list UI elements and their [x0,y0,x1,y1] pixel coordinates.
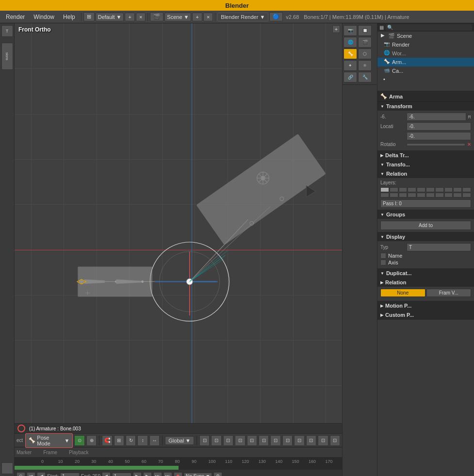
tool-t[interactable]: T [1,25,13,37]
menu-window[interactable]: Window [30,13,58,21]
layer-5[interactable] [417,187,425,192]
layer-17[interactable] [435,193,444,197]
icon-particles[interactable]: ✦ [343,60,357,71]
mode-btn-2[interactable]: ⊕ [86,435,97,446]
outliner-camera[interactable]: 📹 Ca... [377,66,474,75]
custom-header[interactable]: ▶ Custom P... [377,311,474,319]
tool-dimensions[interactable]: sions [1,43,13,70]
scene-dropdown[interactable]: Scene▼ [164,13,191,21]
tf-btn[interactable]: ↻ [126,435,136,446]
location-z[interactable]: -0. [407,132,471,140]
tb7[interactable]: ⊡ [270,435,280,446]
tl-play[interactable]: ▶ [143,472,152,476]
transform-header[interactable]: ▼ Transform [377,102,474,111]
outliner-world[interactable]: 🌐 Wor... [377,49,474,58]
layer-3[interactable] [399,187,408,192]
scene-add-btn[interactable]: + [192,13,202,21]
layer-8[interactable] [444,187,453,192]
snap-btn[interactable]: 🧲 [102,435,112,446]
display-header[interactable]: ▼ Display [377,232,474,241]
tb10[interactable]: ⊡ [306,435,316,446]
outliner-more[interactable]: • [377,75,474,83]
scene-remove-btn[interactable]: × [203,13,213,21]
tl-next-key[interactable]: ⏭ [163,472,172,476]
layer-6[interactable] [426,187,435,192]
tl-record[interactable]: ⏺ [174,472,182,476]
icon-render[interactable]: 🔲 [358,25,372,36]
workspace-icon-btn[interactable]: ⊞ [83,12,95,21]
workspace-dropdown[interactable]: Default▼ [96,13,124,21]
layer-11[interactable] [380,193,389,197]
tl-prev-key2[interactable]: ⏭ [153,472,162,476]
icon-modifiers[interactable]: 🔧 [358,72,372,82]
type-value[interactable]: T [407,243,471,251]
tb11[interactable]: ⊡ [318,435,328,446]
rotation-val[interactable] [407,143,465,146]
layer-4[interactable] [408,187,416,192]
icon-world[interactable]: 🌐 [343,37,357,48]
layer-19[interactable] [453,193,462,197]
layer-12[interactable] [390,193,398,197]
groups-header[interactable]: ▼ Groups [377,210,474,219]
tool-n[interactable] [1,462,13,474]
corner-widget[interactable]: + [332,25,340,33]
motion-header[interactable]: ▶ Motion P... [377,301,474,310]
relations-header[interactable]: ▼ Relation [377,169,474,178]
tl-icon-btn[interactable]: ⊙ [16,472,25,476]
outliner-scene[interactable]: ▶ 🎬 Scene [377,32,474,40]
transform2-header[interactable]: ▼ Transfo... [377,160,474,169]
icon-armature[interactable]: 🦴 [343,49,357,59]
delta-header[interactable]: ▶ Delta Tr... [377,151,474,160]
duplicat-header[interactable]: ▼ Duplicat... [377,269,474,278]
layer-16[interactable] [426,193,435,197]
tf-btn3[interactable]: ↔ [149,435,160,446]
tb2[interactable]: ⊡ [211,435,221,446]
axis-checkbox[interactable] [380,260,386,265]
tb6[interactable]: ⊡ [259,435,269,446]
tb3[interactable]: ⊡ [223,435,233,446]
menu-help[interactable]: Help [59,13,79,21]
tb1[interactable]: ⊡ [199,435,210,446]
layer-2[interactable] [390,187,398,192]
pivot-btn[interactable]: ⊙ [74,435,84,446]
relation2-header[interactable]: ▶ Relation [377,278,474,287]
scene-icon-btn[interactable]: 🎬 [150,12,163,21]
current-frame-field[interactable]: 1 [112,473,131,476]
layer-18[interactable] [444,193,453,197]
tl-prev-frame2[interactable]: ◀ [102,472,111,476]
tl-sync-dropdown[interactable]: No Sync ▼ [184,473,212,476]
layer-15[interactable] [417,193,425,197]
icon-camera[interactable]: 📷 [343,25,357,36]
tl-next-frame[interactable]: ▶ [133,472,142,476]
timeline-track[interactable]: 0 10 20 30 40 50 60 70 80 90 100 [15,457,342,470]
global-dropdown[interactable]: Global▼ [165,436,194,445]
viewport[interactable]: Front Ortho + [15,23,342,476]
icon-obj[interactable]: ⬡ [358,49,372,59]
tab-none[interactable]: None [380,289,425,297]
pass-field[interactable]: Pass I: 0 [380,199,471,208]
layer-10[interactable] [462,187,471,192]
layer-13[interactable] [399,193,408,197]
tab-framv[interactable]: Fram V... [426,289,472,297]
outliner-render[interactable]: 📷 Render [377,40,474,49]
start-field[interactable]: 1 [60,473,80,476]
tb9[interactable]: ⊡ [294,435,304,446]
layer-14[interactable] [408,193,416,197]
tl-settings[interactable]: ⚙ [213,472,222,476]
layer-1[interactable] [380,187,389,192]
outliner-search[interactable]: 🔍 [386,24,472,31]
icon-scene[interactable]: 🎬 [358,37,372,48]
tb8[interactable]: ⊡ [282,435,293,446]
tl-prev-frame[interactable]: ⏮ [27,472,35,476]
name-checkbox[interactable] [380,253,386,259]
snap-btn2[interactable]: ⊞ [114,435,124,446]
layer-20[interactable] [462,193,471,197]
add-to-btn[interactable]: Add to [380,221,471,230]
location-y[interactable]: -0. [407,122,471,131]
tb5[interactable]: ⊡ [247,435,257,446]
mode-dropdown[interactable]: 🦴 Pose Mode ▼ [25,433,73,448]
location-x[interactable]: -6. [407,113,466,121]
layer-9[interactable] [453,187,462,192]
icon-physics[interactable]: ⚛ [358,60,372,71]
tb4[interactable]: ⊡ [235,435,245,446]
